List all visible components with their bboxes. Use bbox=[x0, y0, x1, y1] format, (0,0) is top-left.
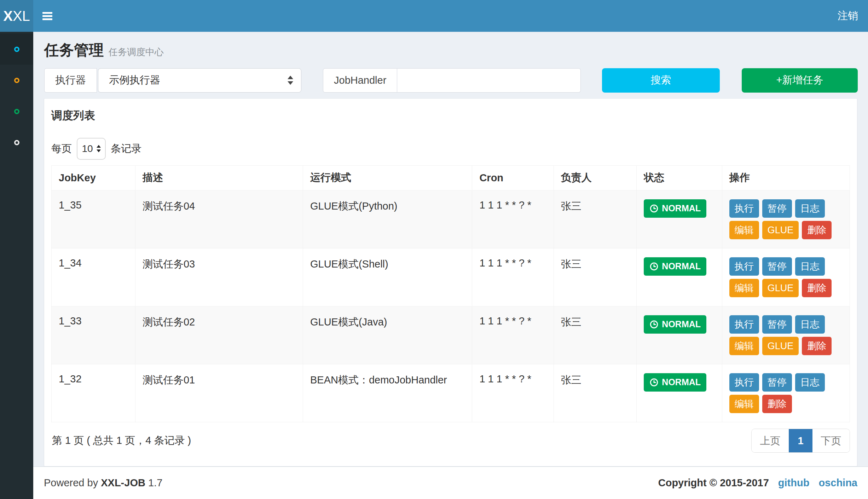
jobkey-cell: 1_35 bbox=[52, 190, 135, 248]
sidebar-item-1[interactable] bbox=[0, 34, 33, 65]
action-button-row: 编辑删除 bbox=[729, 395, 843, 413]
cron-cell: 1 1 1 * * ? * bbox=[472, 190, 554, 248]
jobhandler-filter-group: JobHandler bbox=[323, 68, 581, 93]
logo-bold-text: X bbox=[3, 8, 13, 24]
status-label: NORMAL bbox=[662, 377, 701, 387]
log-button[interactable]: 日志 bbox=[795, 257, 825, 276]
page-size-select[interactable]: 10 bbox=[77, 138, 106, 160]
app-logo[interactable]: XXL bbox=[0, 0, 33, 32]
search-button[interactable]: 搜索 bbox=[602, 68, 720, 93]
oschina-link[interactable]: oschina bbox=[818, 477, 857, 489]
glue-button[interactable]: GLUE bbox=[762, 337, 799, 355]
executor-filter-group: 执行器 示例执行器 bbox=[44, 68, 301, 93]
run-button[interactable]: 执行 bbox=[729, 315, 759, 334]
status-badge: NORMAL bbox=[644, 315, 706, 334]
pause-button[interactable]: 暂停 bbox=[762, 257, 792, 276]
prev-page-button[interactable]: 上页 bbox=[752, 429, 789, 452]
powered-by-text: Powered by bbox=[44, 477, 98, 488]
log-button[interactable]: 日志 bbox=[795, 199, 825, 218]
delete-button[interactable]: 删除 bbox=[762, 395, 792, 413]
pagination-controls: 上页 1 下页 bbox=[751, 429, 850, 453]
status-label: NORMAL bbox=[662, 319, 701, 329]
action-button-row: 执行暂停日志 bbox=[729, 373, 843, 392]
current-page-button[interactable]: 1 bbox=[789, 429, 812, 452]
edit-button[interactable]: 编辑 bbox=[729, 279, 759, 297]
executor-select[interactable]: 示例执行器 bbox=[98, 68, 301, 93]
top-navbar: XXL 注销 bbox=[0, 0, 868, 32]
pause-button[interactable]: 暂停 bbox=[762, 199, 792, 218]
delete-button[interactable]: 删除 bbox=[802, 221, 832, 239]
jobhandler-input[interactable] bbox=[397, 68, 581, 93]
owner-cell: 张三 bbox=[554, 190, 637, 248]
edit-button[interactable]: 编辑 bbox=[729, 221, 759, 239]
logout-link[interactable]: 注销 bbox=[838, 0, 858, 32]
logo-light-text: XL bbox=[13, 8, 30, 24]
delete-button[interactable]: 删除 bbox=[802, 337, 832, 355]
action-button-row: 执行暂停日志 bbox=[729, 315, 843, 334]
page-size-suffix: 条记录 bbox=[111, 142, 141, 156]
page-title: 任务管理 任务调度中心 bbox=[44, 41, 857, 60]
edit-button[interactable]: 编辑 bbox=[729, 337, 759, 355]
cron-cell: 1 1 1 * * ? * bbox=[472, 364, 554, 422]
clock-icon bbox=[649, 204, 659, 213]
sidebar-item-3[interactable] bbox=[0, 96, 33, 127]
log-button[interactable]: 日志 bbox=[795, 373, 825, 392]
action-button-row: 编辑GLUE删除 bbox=[729, 279, 843, 297]
status-badge: NORMAL bbox=[644, 199, 706, 218]
page-size-value: 10 bbox=[82, 143, 93, 154]
xxl-job-app: XXL 注销 任务管理 任务调度中心 执行器 示例执行器 JobHandler bbox=[0, 0, 868, 499]
action-button-row: 执行暂停日志 bbox=[729, 199, 843, 218]
clock-icon bbox=[649, 378, 659, 387]
page-header: 任务管理 任务调度中心 bbox=[33, 32, 868, 65]
run-button[interactable]: 执行 bbox=[729, 257, 759, 276]
glue-button[interactable]: GLUE bbox=[762, 279, 799, 297]
powered-by: Powered by XXL-JOB 1.7 bbox=[44, 477, 162, 489]
status-label: NORMAL bbox=[662, 203, 701, 213]
page-title-text: 任务管理 bbox=[44, 41, 104, 60]
run-button[interactable]: 执行 bbox=[729, 373, 759, 392]
description-cell: 测试任务01 bbox=[135, 364, 303, 422]
hamburger-icon bbox=[42, 11, 52, 22]
status-cell: NORMAL bbox=[637, 364, 722, 422]
circle-icon bbox=[14, 140, 19, 145]
actions-cell: 执行暂停日志编辑删除 bbox=[722, 364, 850, 422]
copyright: Copyright © 2015-2017 github oschina bbox=[658, 477, 857, 489]
schedule-list-panel: 调度列表 每页 10 条记录 JobKey描述运行模式Cron负责人状态操作 1… bbox=[44, 98, 857, 466]
runmode-cell: GLUE模式(Java) bbox=[303, 306, 472, 364]
edit-button[interactable]: 编辑 bbox=[729, 395, 759, 413]
page-size-control: 每页 10 条记录 bbox=[51, 138, 850, 160]
cron-cell: 1 1 1 * * ? * bbox=[472, 248, 554, 306]
filter-toolbar: 执行器 示例执行器 JobHandler 搜索 +新增任务 bbox=[33, 68, 868, 93]
description-cell: 测试任务02 bbox=[135, 306, 303, 364]
table-row: 1_32 测试任务01 BEAN模式：demoJobHandler 1 1 1 … bbox=[52, 364, 850, 422]
sidebar-toggle-button[interactable] bbox=[33, 0, 62, 32]
page-subtitle: 任务调度中心 bbox=[109, 46, 164, 58]
sidebar-item-2[interactable] bbox=[0, 65, 33, 96]
clock-icon bbox=[649, 262, 659, 271]
pause-button[interactable]: 暂停 bbox=[762, 373, 792, 392]
table-row: 1_33 测试任务02 GLUE模式(Java) 1 1 1 * * ? * 张… bbox=[52, 306, 850, 364]
status-badge: NORMAL bbox=[644, 257, 706, 276]
panel-title: 调度列表 bbox=[51, 99, 850, 123]
footer: Powered by XXL-JOB 1.7 Copyright © 2015-… bbox=[33, 466, 868, 499]
circle-icon bbox=[14, 109, 19, 114]
pause-button[interactable]: 暂停 bbox=[762, 315, 792, 334]
sidebar-item-4[interactable] bbox=[0, 127, 33, 158]
status-label: NORMAL bbox=[662, 261, 701, 271]
log-button[interactable]: 日志 bbox=[795, 315, 825, 334]
owner-cell: 张三 bbox=[554, 248, 637, 306]
github-link[interactable]: github bbox=[778, 477, 810, 489]
next-page-button[interactable]: 下页 bbox=[812, 429, 850, 452]
page-size-prefix: 每页 bbox=[51, 142, 72, 156]
column-header-actions: 操作 bbox=[722, 165, 850, 190]
add-job-button[interactable]: +新增任务 bbox=[742, 68, 858, 93]
column-header-status: 状态 bbox=[637, 165, 722, 190]
table-header-row: JobKey描述运行模式Cron负责人状态操作 bbox=[52, 165, 850, 190]
description-cell: 测试任务04 bbox=[135, 190, 303, 248]
select-arrows-icon bbox=[288, 76, 293, 85]
glue-button[interactable]: GLUE bbox=[762, 221, 799, 239]
delete-button[interactable]: 删除 bbox=[802, 279, 832, 297]
jobhandler-label: JobHandler bbox=[323, 68, 397, 93]
run-button[interactable]: 执行 bbox=[729, 199, 759, 218]
pagination: 第 1 页 ( 总共 1 页，4 条记录 ) 上页 1 下页 bbox=[51, 429, 850, 453]
